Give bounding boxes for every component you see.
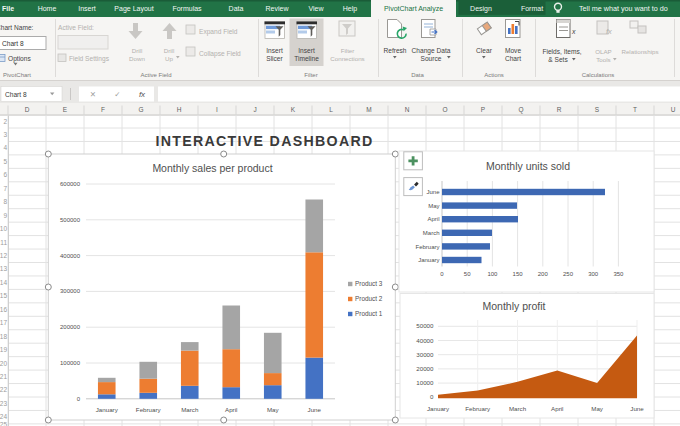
svg-text:January: January xyxy=(427,405,450,412)
svg-text:View: View xyxy=(308,5,324,12)
svg-text:T: T xyxy=(633,106,637,113)
svg-text:350: 350 xyxy=(613,271,624,277)
svg-text:Chart 8: Chart 8 xyxy=(5,91,27,98)
svg-text:H: H xyxy=(177,106,182,113)
svg-text:200000: 200000 xyxy=(60,324,81,330)
svg-text:K: K xyxy=(291,106,296,113)
svg-text:February: February xyxy=(415,244,439,250)
svg-text:March: March xyxy=(509,405,527,412)
svg-text:20000: 20000 xyxy=(416,365,434,372)
svg-text:Product 2: Product 2 xyxy=(355,295,383,302)
svg-text:PivotChart Analyze: PivotChart Analyze xyxy=(384,5,443,13)
svg-text:300: 300 xyxy=(588,271,599,277)
svg-text:24: 24 xyxy=(0,413,7,420)
svg-text:Page Layout: Page Layout xyxy=(114,5,153,13)
svg-text:Product 3: Product 3 xyxy=(355,280,383,287)
svg-text:S: S xyxy=(595,106,600,113)
svg-text:I: I xyxy=(216,106,218,113)
svg-text:Move: Move xyxy=(505,47,521,54)
svg-text:INTERACTIVE DASHBOARD: INTERACTIVE DASHBOARD xyxy=(155,133,373,149)
svg-text:N: N xyxy=(405,106,410,113)
svg-text:June: June xyxy=(630,405,644,412)
svg-text:May: May xyxy=(591,405,604,412)
svg-text:2: 2 xyxy=(3,118,7,125)
svg-text:Insert: Insert xyxy=(298,47,315,54)
svg-text:Change Data: Change Data xyxy=(412,47,451,55)
svg-text:L: L xyxy=(329,106,333,113)
svg-text:& Sets: & Sets xyxy=(548,56,568,63)
svg-text:April: April xyxy=(225,406,237,413)
svg-text:F: F xyxy=(101,106,105,113)
svg-text:May: May xyxy=(267,406,280,413)
svg-text:Insert: Insert xyxy=(78,5,96,12)
svg-text:G: G xyxy=(138,106,143,113)
svg-text:100000: 100000 xyxy=(60,360,81,366)
svg-text:x: x xyxy=(571,28,576,35)
svg-text:10: 10 xyxy=(0,225,7,232)
svg-text:400000: 400000 xyxy=(60,253,81,259)
svg-text:Up: Up xyxy=(165,55,173,62)
svg-text:Expand Field: Expand Field xyxy=(199,28,238,36)
svg-text:Field Settings: Field Settings xyxy=(69,55,110,63)
svg-text:E: E xyxy=(63,106,68,113)
svg-text:3: 3 xyxy=(3,131,7,138)
svg-text:8: 8 xyxy=(3,198,7,205)
svg-text:50: 50 xyxy=(464,271,471,277)
svg-text:25: 25 xyxy=(0,421,7,426)
svg-text:19: 19 xyxy=(0,346,7,353)
svg-text:Review: Review xyxy=(266,5,290,12)
svg-text:PivotChart: PivotChart xyxy=(3,72,31,78)
svg-text:12: 12 xyxy=(0,252,7,259)
svg-text:File: File xyxy=(2,5,14,12)
svg-text:Formulas: Formulas xyxy=(172,5,202,12)
svg-text:Monthly profit: Monthly profit xyxy=(482,300,545,312)
svg-text:4: 4 xyxy=(3,144,7,151)
svg-text:Collapse Field: Collapse Field xyxy=(199,50,241,58)
svg-text:200: 200 xyxy=(538,271,549,277)
svg-text:11: 11 xyxy=(0,239,7,246)
svg-text:40000: 40000 xyxy=(416,337,434,344)
svg-text:February: February xyxy=(136,406,162,413)
svg-text:Source: Source xyxy=(421,55,442,62)
svg-text:Active Field: Active Field xyxy=(140,72,171,78)
svg-text:18: 18 xyxy=(0,333,7,340)
svg-text:Slicer: Slicer xyxy=(266,55,283,62)
svg-text:Drill: Drill xyxy=(164,47,175,54)
svg-text:10000: 10000 xyxy=(416,379,434,386)
svg-text:5: 5 xyxy=(3,158,7,165)
svg-text:April: April xyxy=(427,216,439,222)
svg-text:R: R xyxy=(557,106,562,113)
svg-text:15: 15 xyxy=(0,292,7,299)
svg-text:May: May xyxy=(428,203,439,209)
svg-text:February: February xyxy=(465,405,491,412)
svg-text:Data: Data xyxy=(411,72,424,78)
svg-text:Data: Data xyxy=(229,5,244,12)
svg-text:June: June xyxy=(308,406,322,413)
svg-text:300000: 300000 xyxy=(60,288,81,294)
svg-text:Monthly units sold: Monthly units sold xyxy=(486,160,570,172)
svg-text:Active Field:: Active Field: xyxy=(58,24,94,31)
svg-text:17: 17 xyxy=(0,319,7,326)
svg-text:500000: 500000 xyxy=(60,217,81,223)
svg-text:M: M xyxy=(366,106,371,113)
svg-text:0: 0 xyxy=(430,393,434,400)
svg-text:Help: Help xyxy=(343,5,358,13)
svg-text:22: 22 xyxy=(0,386,7,393)
svg-text:Tools: Tools xyxy=(596,56,610,63)
svg-text:April: April xyxy=(551,405,563,412)
svg-text:O: O xyxy=(442,106,447,113)
svg-text:16: 16 xyxy=(0,306,7,313)
svg-text:Refresh: Refresh xyxy=(383,47,406,54)
svg-text:Filter: Filter xyxy=(304,72,317,78)
svg-text:Chart 8: Chart 8 xyxy=(2,40,24,47)
svg-text:600000: 600000 xyxy=(60,181,81,187)
svg-text:Monthly sales per product: Monthly sales per product xyxy=(152,162,272,174)
svg-text:Q: Q xyxy=(518,106,523,114)
svg-text:January: January xyxy=(418,257,439,263)
svg-text:OLAP: OLAP xyxy=(595,48,612,55)
svg-text:Filter: Filter xyxy=(341,47,355,54)
svg-text:fx: fx xyxy=(606,27,612,36)
svg-text:9: 9 xyxy=(3,212,7,219)
svg-text:Home: Home xyxy=(38,5,57,12)
svg-text:Fields, Items,: Fields, Items, xyxy=(542,48,581,55)
